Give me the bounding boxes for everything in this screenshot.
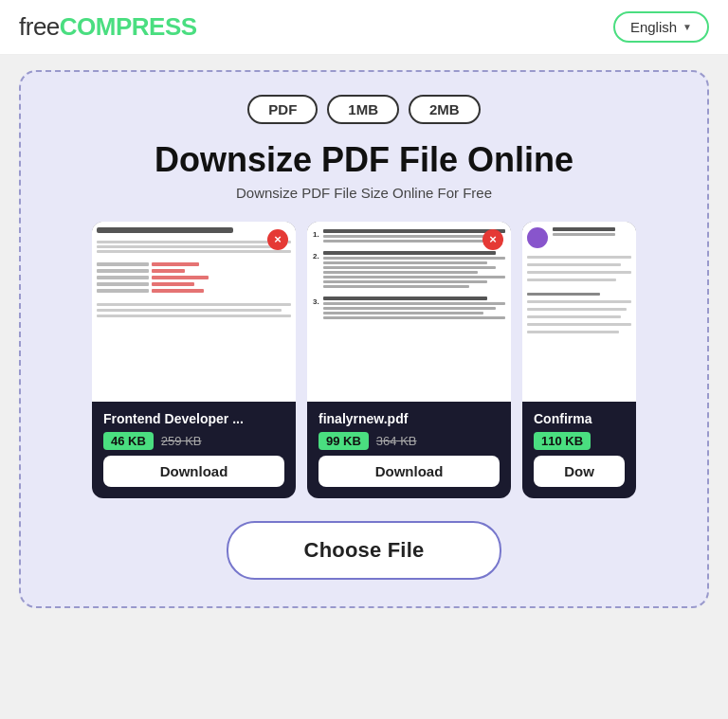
- tag-pdf: PDF: [247, 95, 318, 124]
- card-3-size-row: 110 KB: [534, 432, 625, 450]
- language-label: English: [630, 19, 677, 35]
- card-3-size-new: 110 KB: [534, 432, 591, 450]
- card-1: × Frontend Developer ... 46 KB 259 KB Do…: [92, 222, 296, 498]
- chevron-down-icon: ▼: [682, 22, 692, 32]
- card-2-mock: 1. 2.: [307, 222, 511, 402]
- close-icon: ×: [274, 233, 282, 245]
- card-2-size-old: 364 KB: [376, 434, 417, 448]
- card-2-size-row: 99 KB 364 KB: [318, 432, 500, 450]
- card-1-download-button[interactable]: Download: [103, 456, 284, 487]
- page-subtitle: Downsize PDF File Size Online For Free: [236, 185, 492, 201]
- conf-logo-circle: [527, 227, 548, 248]
- card-2-size-new: 99 KB: [318, 432, 369, 450]
- card-3-mock: [522, 222, 636, 402]
- card-1-preview: ×: [92, 222, 296, 402]
- card-1-filename: Frontend Developer ...: [103, 411, 284, 426]
- card-1-size-row: 46 KB 259 KB: [103, 432, 284, 450]
- logo: freeCOMPRESS: [19, 12, 197, 42]
- logo-free: free: [19, 12, 60, 41]
- card-1-close-button[interactable]: ×: [267, 229, 288, 250]
- header: freeCOMPRESS English ▼: [0, 0, 728, 55]
- content-box: PDF 1MB 2MB Downsize PDF File Online Dow…: [19, 70, 709, 608]
- card-1-size-old: 259 KB: [161, 434, 202, 448]
- card-1-info: Frontend Developer ... 46 KB 259 KB Down…: [92, 402, 296, 498]
- card-2-download-button[interactable]: Download: [318, 456, 500, 487]
- logo-compress: COMPRESS: [60, 12, 197, 41]
- tag-2mb: 2MB: [409, 95, 481, 124]
- card-3-info: Confirma 110 KB Dow: [522, 402, 636, 498]
- card-3: Confirma 110 KB Dow: [522, 222, 636, 498]
- language-button[interactable]: English ▼: [613, 11, 709, 43]
- card-1-size-new: 46 KB: [103, 432, 154, 450]
- cards-row: × Frontend Developer ... 46 KB 259 KB Do…: [40, 222, 688, 498]
- card-2-filename: finalyrnew.pdf: [318, 411, 500, 426]
- card-2: 1. 2.: [307, 222, 511, 498]
- main-content: PDF 1MB 2MB Downsize PDF File Online Dow…: [0, 55, 728, 627]
- choose-file-button[interactable]: Choose File: [227, 521, 502, 580]
- tag-1mb: 1MB: [327, 95, 399, 124]
- page-title: Downsize PDF File Online: [155, 141, 573, 179]
- card-1-mock: [92, 222, 296, 402]
- card-3-filename: Confirma: [534, 411, 625, 426]
- card-3-preview: [522, 222, 636, 402]
- close-icon: ×: [489, 233, 497, 245]
- tags-row: PDF 1MB 2MB: [247, 95, 480, 124]
- card-3-download-button[interactable]: Dow: [534, 456, 625, 487]
- card-2-info: finalyrnew.pdf 99 KB 364 KB Download: [307, 402, 511, 498]
- card-2-close-button[interactable]: ×: [482, 229, 503, 250]
- card-2-preview: 1. 2.: [307, 222, 511, 402]
